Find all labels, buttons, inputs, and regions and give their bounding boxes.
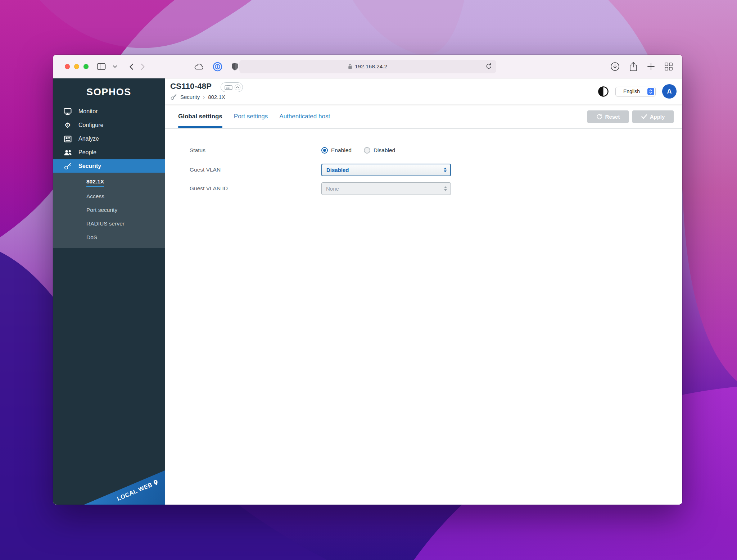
sidebar: SOPHOS Monitor ⚙ Configure (53, 78, 165, 505)
submenu-item-label: DoS (86, 234, 97, 241)
traffic-lights (65, 64, 89, 69)
status-radio-group: Enabled Disabled (321, 147, 395, 154)
status-option-enabled[interactable]: Enabled (321, 147, 352, 154)
report-icon (63, 136, 72, 142)
browser-nav-controls (97, 60, 145, 73)
key-icon (63, 162, 72, 170)
sidebar-item-label: Security (78, 163, 101, 169)
main-content: CS110-48P Security › 802.1X (165, 78, 682, 505)
tab-authenticated-host[interactable]: Authenticated host (279, 104, 330, 128)
sidebar-item-security[interactable]: Security (53, 159, 165, 173)
desktop: 192.168.24.2 (0, 0, 737, 560)
share-button[interactable] (629, 62, 638, 72)
sidebar-item-label: Analyze (78, 136, 99, 142)
header-controls: English A (598, 78, 677, 104)
forward-button[interactable] (141, 63, 145, 70)
breadcrumb-section[interactable]: Security (180, 94, 200, 100)
breadcrumb-separator: › (203, 94, 205, 100)
submenu-item-dos[interactable]: DoS (53, 231, 165, 244)
sidebar-chevron-down-icon[interactable] (113, 65, 117, 68)
guest-vlan-id-select: None (321, 182, 451, 195)
app-header: CS110-48P Security › 802.1X (165, 78, 682, 104)
submenu-item-access[interactable]: Access (53, 190, 165, 203)
browser-right-controls (610, 60, 673, 73)
minimize-window-button[interactable] (74, 64, 79, 69)
browser-window: 192.168.24.2 (53, 55, 682, 505)
radio-selected-icon[interactable] (321, 147, 328, 154)
language-value: English (616, 88, 647, 94)
submenu-item-8021x[interactable]: 802.1X (53, 176, 165, 190)
people-icon (63, 149, 72, 156)
breadcrumb: Security › 802.1X (170, 94, 225, 100)
tls-lock-icon (348, 64, 352, 69)
user-avatar[interactable]: A (662, 84, 677, 99)
language-select[interactable]: English (615, 87, 656, 96)
icloud-tabs-icon[interactable] (194, 63, 204, 70)
sidebar-item-label: Configure (78, 122, 103, 128)
tab-port-settings[interactable]: Port settings (234, 104, 268, 128)
sophos-app: SOPHOS Monitor ⚙ Configure (53, 78, 682, 505)
sophos-logo: SOPHOS (53, 87, 165, 98)
sidebar-item-configure[interactable]: ⚙ Configure (53, 118, 165, 132)
chevron-up-icon (235, 85, 240, 90)
page-actions: Reset Apply (587, 110, 674, 123)
submenu-item-port-security[interactable]: Port security (53, 203, 165, 217)
tab-overview-button[interactable] (664, 62, 673, 71)
select-arrows-icon (444, 183, 447, 195)
reload-button[interactable] (485, 63, 492, 70)
sidebar-item-monitor[interactable]: Monitor (53, 105, 165, 118)
close-window-button[interactable] (65, 64, 70, 69)
new-tab-button[interactable] (647, 63, 655, 70)
submenu-item-label: 802.1X (86, 178, 104, 187)
sidebar-toggle-icon[interactable] (97, 63, 106, 70)
downloads-button[interactable] (610, 62, 620, 71)
sidebar-item-label: People (78, 149, 96, 156)
sidebar-item-people[interactable]: People (53, 146, 165, 159)
monitor-icon (63, 108, 72, 115)
check-icon (641, 114, 647, 119)
back-button[interactable] (129, 63, 134, 70)
security-submenu: 802.1X Access Port security RADIUS serve… (53, 173, 165, 248)
status-row: Status Enabled Disabled (165, 144, 682, 157)
tab-bar: Global settings Port settings Authentica… (165, 104, 682, 129)
browser-toolbar: 192.168.24.2 (53, 55, 682, 78)
guest-vlan-row: Guest VLAN Disabled (165, 163, 682, 176)
submenu-item-label: RADIUS server (86, 220, 125, 227)
guest-vlan-id-row: Guest VLAN ID None (165, 182, 682, 195)
guest-vlan-label: Guest VLAN (190, 167, 221, 173)
radio-unselected-icon[interactable] (364, 147, 370, 154)
guest-vlan-select[interactable]: Disabled (321, 164, 451, 176)
status-option-disabled[interactable]: Disabled (364, 147, 395, 154)
contrast-toggle-icon[interactable] (598, 86, 609, 97)
guest-vlan-id-label: Guest VLAN ID (190, 185, 228, 192)
device-selector-button[interactable] (221, 82, 243, 92)
reset-button[interactable]: Reset (587, 110, 629, 123)
submenu-item-label: Port security (86, 207, 117, 213)
sidebar-nav: Monitor ⚙ Configure Analyze (53, 105, 165, 173)
sidebar-item-analyze[interactable]: Analyze (53, 132, 165, 146)
shield-extension-icon[interactable] (231, 62, 239, 71)
switch-device-icon (225, 85, 232, 90)
browser-extensions (194, 60, 239, 73)
refresh-icon (596, 114, 602, 120)
device-title: CS110-48P (170, 82, 212, 91)
submenu-item-label: Access (86, 193, 104, 200)
url-text: 192.168.24.2 (355, 63, 388, 70)
key-icon (170, 94, 177, 100)
apply-button[interactable]: Apply (632, 110, 674, 123)
breadcrumb-page: 802.1X (208, 94, 225, 100)
tab-global-settings[interactable]: Global settings (178, 104, 222, 128)
select-stepper-icon (647, 88, 654, 95)
zoom-window-button[interactable] (83, 64, 89, 69)
address-bar[interactable]: 192.168.24.2 (239, 60, 496, 73)
password-manager-icon[interactable] (213, 62, 222, 72)
sidebar-item-label: Monitor (78, 108, 98, 115)
tabs: Global settings Port settings Authentica… (178, 104, 330, 128)
status-label: Status (190, 147, 205, 154)
gear-icon: ⚙ (63, 122, 72, 129)
submenu-item-radius-server[interactable]: RADIUS server (53, 217, 165, 231)
select-arrows-icon (444, 164, 447, 176)
